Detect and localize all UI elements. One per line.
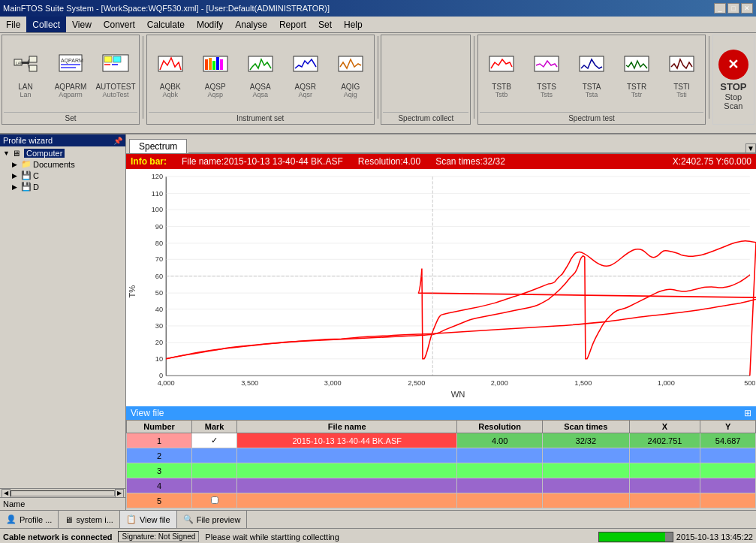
aqsa-icon	[245, 51, 276, 81]
menu-set[interactable]: Set	[312, 17, 338, 32]
menu-help[interactable]: Help	[338, 17, 369, 32]
bottom-tab-system[interactable]: 🖥 system i...	[59, 511, 120, 528]
stop-scan-button[interactable]: ✕ STOP Stop Scan	[712, 35, 754, 125]
computer-icon: 🖥	[12, 149, 23, 158]
menu-calculate[interactable]: Calculate	[141, 17, 191, 32]
tsta-icon	[577, 51, 607, 81]
menu-modify[interactable]: Modify	[191, 17, 229, 32]
scroll-right-btn[interactable]: ▶	[115, 489, 124, 498]
toolbar-btn-aqsa[interactable]: AQSA Aqsa	[239, 44, 282, 104]
table-header-row: Number Mark File name Resolution Scan ti…	[127, 421, 756, 433]
tree-root[interactable]: ▼ 🖥 Computer	[2, 148, 124, 158]
chart-container[interactable]: T% 0 10 20 30	[126, 169, 756, 406]
toolbar-btn-aqsp[interactable]: AQSP Aqsp	[194, 44, 237, 104]
col-number: Number	[127, 421, 192, 433]
svg-rect-20	[212, 61, 215, 70]
tstr-icon	[622, 51, 652, 81]
status-right: 2015-10-13 13:45:22	[598, 532, 753, 542]
menu-report[interactable]: Report	[273, 17, 312, 32]
tab-spectrum[interactable]: Spectrum	[129, 139, 187, 153]
progress-bar-fill	[599, 532, 665, 541]
menu-collect[interactable]: Collect	[26, 17, 66, 32]
stop-sublabel: Stop	[725, 92, 742, 101]
toolbar-btn-tstr[interactable]: TSTR Tstr	[615, 44, 658, 104]
cell-resolution-3	[457, 463, 543, 478]
tree-item-documents[interactable]: ▶ 📁 Documents	[11, 158, 124, 170]
menu-analyse[interactable]: Analyse	[229, 17, 273, 32]
window-controls[interactable]: _ □ ✕	[714, 3, 753, 14]
svg-rect-9	[61, 64, 80, 65]
tsts-sublabel: Tsts	[541, 91, 553, 98]
tree-label-d: D	[33, 183, 39, 192]
table-row[interactable]: 5	[127, 493, 756, 508]
profile-tab-icon: 👤	[6, 514, 17, 524]
tstr-sublabel: Tstr	[631, 91, 643, 98]
scroll-track[interactable]	[11, 490, 115, 496]
bottom-tab-profile[interactable]: 👤 Profile ...	[0, 511, 59, 528]
toolbar-group-collect: Spectrum collect	[381, 35, 471, 125]
menu-file[interactable]: File	[0, 17, 26, 32]
toolbar-btn-aqsr[interactable]: AQSR Aqsr	[284, 44, 327, 104]
svg-rect-31	[126, 169, 756, 406]
toolbar-btn-aqig[interactable]: AQIG Aqig	[329, 44, 372, 104]
svg-rect-13	[113, 56, 121, 62]
cell-resolution-4	[457, 478, 543, 493]
cell-x-5	[629, 493, 700, 508]
svg-text:100: 100	[152, 206, 163, 213]
table-row[interactable]: 2	[127, 448, 756, 463]
view-file-title: View file	[131, 408, 164, 418]
sidebar-title: Profile wizard	[3, 136, 53, 145]
maximize-button[interactable]: □	[727, 3, 739, 14]
svg-rect-22	[220, 59, 223, 70]
cell-scantimes-1: 32/32	[542, 433, 629, 448]
scroll-left-btn[interactable]: ◀	[2, 489, 11, 498]
tree-area[interactable]: ▼ 🖥 Computer ▶ 📁 Documents ▶ 💾 C ▶ 💾	[0, 146, 125, 488]
toolbar-btn-tsti[interactable]: TSTI Tsti	[660, 44, 703, 104]
toolbar-btn-autotest[interactable]: AUTOTEST AutoTest	[94, 44, 137, 104]
cell-number-2: 2	[127, 448, 192, 463]
window-title: MainFTOS Suite System - [WorkSpace:WQF53…	[3, 4, 330, 13]
toolbar-btn-tstb[interactable]: TSTB Tstb	[480, 44, 523, 104]
file-table: Number Mark File name Resolution Scan ti…	[126, 420, 756, 508]
toolbar-btn-aqparm[interactable]: AQPARM AQPARM Aqparm	[49, 44, 92, 104]
stop-subsublabel: Scan	[724, 101, 742, 110]
aqparm-icon: AQPARM	[56, 51, 86, 81]
toolbar-btn-lan[interactable]: LAN LAN Lan	[4, 44, 47, 104]
svg-rect-19	[209, 58, 212, 70]
toolbar-btn-aqbk[interactable]: AQBK Aqbk	[149, 44, 192, 104]
tree-item-c[interactable]: ▶ 💾 C	[11, 170, 124, 181]
mark-checkbox-5[interactable]	[211, 496, 218, 504]
toolbar-collect-buttons	[383, 37, 468, 112]
menu-view[interactable]: View	[66, 17, 98, 32]
lan-sublabel: Lan	[20, 91, 31, 98]
tab-more-btn[interactable]: ▼	[745, 143, 756, 153]
table-row[interactable]: 3	[127, 463, 756, 478]
file-table-container[interactable]: Number Mark File name Resolution Scan ti…	[126, 420, 756, 510]
right-content: Spectrum ▼ Info bar: File name:2015-10-1…	[126, 134, 756, 510]
bottom-tab-preview[interactable]: 🔍 File preview	[177, 511, 248, 528]
tree-root-label: Computer	[24, 149, 65, 158]
tree-item-d[interactable]: ▶ 💾 D	[11, 181, 124, 192]
cell-number-3: 3	[127, 463, 192, 478]
sidebar-scrollbar[interactable]: ◀ ▶	[0, 488, 125, 497]
bottom-tab-viewfile[interactable]: 📋 View file	[120, 511, 177, 528]
table-row[interactable]: 1 ✓ 2015-10-13 13-40-44 BK.ASF 4.00 32/3…	[127, 433, 756, 448]
close-button[interactable]: ✕	[741, 3, 753, 14]
cell-mark-3	[192, 463, 237, 478]
system-tab-icon: 🖥	[65, 515, 73, 524]
svg-text:30: 30	[155, 322, 163, 330]
menu-convert[interactable]: Convert	[98, 17, 141, 32]
main-content: Profile wizard 📌 ▼ 🖥 Computer ▶ 📁 Docume…	[0, 134, 756, 510]
toolbar-btn-tsts[interactable]: TSTS Tsts	[525, 44, 568, 104]
toolbar-group-set: LAN LAN Lan AQPARM AQPARM Aqparm	[2, 35, 140, 125]
table-row[interactable]: 4	[127, 478, 756, 493]
tsti-label: TSTI	[673, 83, 690, 91]
toolbar-btn-tsta[interactable]: TSTA Tsta	[570, 44, 613, 104]
divider-1	[143, 36, 143, 119]
profile-tab-label: Profile ...	[20, 515, 52, 524]
tree-label-documents: Documents	[33, 160, 75, 169]
svg-rect-10	[61, 67, 76, 68]
tab-area-filler	[188, 152, 745, 153]
minimize-button[interactable]: _	[714, 3, 726, 14]
view-file-expand-icon[interactable]: ⊞	[744, 408, 751, 418]
